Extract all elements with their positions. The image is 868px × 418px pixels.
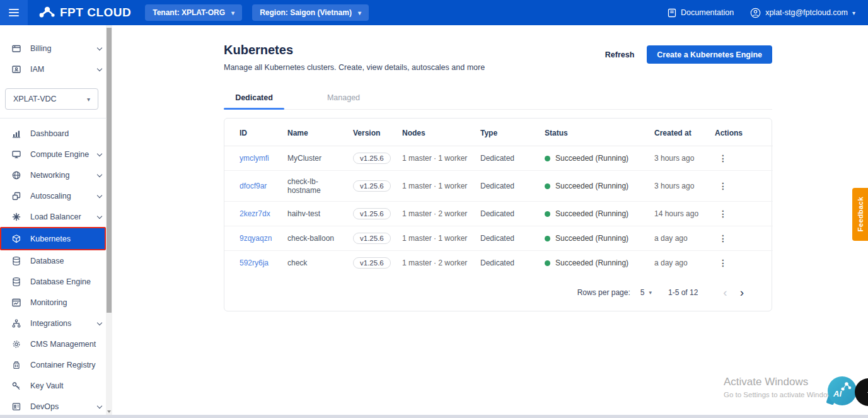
sidebar-item-autoscaling[interactable]: Autoscaling xyxy=(0,185,112,206)
sidebar-item-billing[interactable]: Billing xyxy=(0,38,112,59)
sidebar-scrollbar-track[interactable] xyxy=(106,25,112,418)
fpt-cloud-logo[interactable]: FPT CLOUD xyxy=(39,5,131,20)
sidebar-scrollbar-thumb[interactable] xyxy=(107,28,112,313)
cluster-nodes: 1 master · 1 worker xyxy=(402,171,480,202)
chevron-down-icon xyxy=(96,322,103,325)
sidebar-item-load-balancer[interactable]: Load Balancer xyxy=(0,206,112,227)
status-dot-icon xyxy=(545,211,550,217)
cluster-nodes: 1 master · 2 worker xyxy=(402,202,480,226)
scrollbar-down-arrow-icon[interactable] xyxy=(107,410,111,413)
sidebar-item-iam[interactable]: IAM xyxy=(0,59,112,79)
bar-chart-icon xyxy=(11,129,21,139)
cluster-name: haihv-test xyxy=(287,202,353,226)
sidebar-item-cms-management[interactable]: CMS Management xyxy=(0,334,112,354)
next-page-button[interactable]: › xyxy=(734,286,750,298)
create-kubernetes-engine-button[interactable]: Create a Kubernetes Engine xyxy=(647,45,772,64)
sidebar-item-container-registry[interactable]: Container Registry xyxy=(0,354,112,375)
col-name: Name xyxy=(287,119,353,146)
chevron-down-icon xyxy=(96,47,103,50)
tab-managed[interactable]: Managed xyxy=(313,88,374,109)
cluster-created-at: a day ago xyxy=(654,251,715,276)
version-badge: v1.25.6 xyxy=(353,257,391,269)
table-row: dfocf9ar check-lb-hostname v1.25.6 1 mas… xyxy=(224,171,773,202)
status-dot-icon xyxy=(545,260,550,266)
row-actions-menu-icon[interactable]: ⋮ xyxy=(715,153,731,163)
cluster-id-link[interactable]: dfocf9ar xyxy=(240,182,267,190)
sidebar-item-kubernetes[interactable]: Kubernetes xyxy=(0,227,106,250)
status-text: Succeeded (Running) xyxy=(555,182,628,190)
page-header-text: Kubernetes Manage all Kubernetes cluster… xyxy=(224,43,485,72)
molecule-icon xyxy=(839,380,853,394)
ai-assistant-widget[interactable]: AI xyxy=(828,376,858,407)
caret-down-icon: ▾ xyxy=(87,96,90,103)
cluster-id-link[interactable]: 2kezr7dx xyxy=(240,209,270,218)
main-content: Kubernetes Manage all Kubernetes cluster… xyxy=(112,25,868,418)
cluster-name: MyCluster xyxy=(287,146,353,171)
sidebar-item-integrations[interactable]: Integrations xyxy=(0,313,112,334)
account-menu[interactable]: xplat-stg@fptcloud.com ▾ xyxy=(750,8,855,18)
cluster-created-at: 3 hours ago xyxy=(654,146,715,171)
billing-icon xyxy=(11,44,21,54)
vdc-selector[interactable]: XPLAT-VDC ▾ xyxy=(5,88,98,110)
clusters-table-card: ID Name Version Nodes Type Status Create… xyxy=(224,118,772,311)
gear-icon xyxy=(11,339,21,349)
status-dot-icon xyxy=(545,236,550,241)
feedback-tab[interactable]: Feedback xyxy=(852,188,868,241)
previous-page-button[interactable]: ‹ xyxy=(717,286,733,298)
molecule-logo-icon xyxy=(39,5,55,20)
row-actions-menu-icon[interactable]: ⋮ xyxy=(715,233,731,243)
region-selector[interactable]: Region: Saigon (Vietnam) ▾ xyxy=(252,4,369,21)
bottom-edge-strip xyxy=(0,415,868,418)
sidebar-item-networking[interactable]: Networking xyxy=(0,165,112,185)
col-nodes: Nodes xyxy=(402,119,480,146)
table-row: ymclymfi MyCluster v1.25.6 1 master · 1 … xyxy=(224,146,773,171)
sitemap-icon xyxy=(11,318,21,328)
status-dot-icon xyxy=(545,156,550,161)
col-created-at: Created at xyxy=(654,119,715,146)
row-actions-menu-icon[interactable]: ⋮ xyxy=(715,181,731,191)
refresh-button[interactable]: Refresh xyxy=(605,50,635,59)
status-text: Succeeded (Running) xyxy=(555,154,628,163)
layers-icon xyxy=(11,191,21,201)
row-actions-menu-icon[interactable]: ⋮ xyxy=(715,258,731,268)
activate-windows-watermark: Activate Windows Go to Settings to activ… xyxy=(724,376,836,398)
asterisk-icon xyxy=(11,212,21,222)
cluster-type: Dedicated xyxy=(480,251,545,276)
page-subtitle: Manage all Kubernetes clusters. Create, … xyxy=(224,63,485,72)
sidebar-item-dashboard[interactable]: Dashboard xyxy=(0,123,112,144)
cluster-name: check-lb-hostname xyxy=(287,171,353,202)
row-actions-menu-icon[interactable]: ⋮ xyxy=(715,209,731,219)
cluster-id-link[interactable]: ymclymfi xyxy=(240,154,269,163)
status-text: Succeeded (Running) xyxy=(555,234,628,243)
cluster-type: Dedicated xyxy=(480,226,545,251)
cluster-type: Dedicated xyxy=(480,146,545,171)
tab-bar: Dedicated Managed xyxy=(224,88,772,110)
cluster-id-link[interactable]: 9zqyaqzn xyxy=(240,234,272,243)
cluster-name: check-balloon xyxy=(287,226,353,251)
cluster-id-link[interactable]: 592ry6ja xyxy=(240,258,269,267)
chevron-down-icon xyxy=(96,195,103,197)
sidebar-item-devops[interactable]: DevOps xyxy=(0,396,112,417)
sidebar-item-compute-engine[interactable]: Compute Engine xyxy=(0,144,112,165)
sidebar-item-database[interactable]: Database xyxy=(0,250,112,271)
rows-per-page-select[interactable]: 5 ▾ xyxy=(640,288,652,297)
pagination: Rows per page: 5 ▾ 1-5 of 12 ‹ › xyxy=(224,275,772,302)
container-icon xyxy=(11,360,21,370)
caret-down-icon: ▾ xyxy=(852,9,855,16)
tenant-selector[interactable]: Tenant: XPLAT-ORG ▾ xyxy=(145,4,242,21)
key-icon xyxy=(11,381,21,391)
globe-icon xyxy=(11,170,21,180)
table-row: 592ry6ja check v1.25.6 1 master · 2 work… xyxy=(224,251,773,276)
menu-button[interactable] xyxy=(0,0,28,25)
tab-dedicated[interactable]: Dedicated xyxy=(224,88,284,109)
chevron-down-icon xyxy=(96,405,103,408)
col-version: Version xyxy=(353,119,402,146)
id-badge-icon xyxy=(11,64,21,74)
sidebar-item-key-vault[interactable]: Key Vault xyxy=(0,375,112,396)
sidebar-item-monitoring[interactable]: Monitoring xyxy=(0,292,112,313)
documentation-link[interactable]: Documentation xyxy=(668,8,734,18)
rows-per-page-label: Rows per page: xyxy=(577,288,630,297)
cluster-name: check xyxy=(287,251,353,276)
sidebar-item-database-engine[interactable]: Database Engine xyxy=(0,271,112,292)
cluster-nodes: 1 master · 1 worker xyxy=(402,146,480,171)
